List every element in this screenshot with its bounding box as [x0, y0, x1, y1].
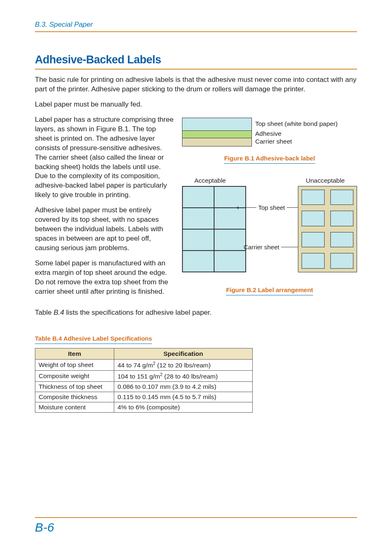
label-cell: [214, 251, 246, 272]
label-carrier: Carrier sheet: [255, 137, 338, 146]
table-row: Weight of top sheet44 to 74 g/m2 (12 to …: [35, 359, 253, 370]
figure-b2-caption: Figure B.2 Label arrangement: [182, 286, 357, 294]
right-column: Top sheet (white bond paper) Adhesive Ca…: [182, 115, 357, 302]
table-header-row: Item Specification: [35, 348, 253, 359]
table-cell-spec: 44 to 74 g/m2 (12 to 20 lbs/ream): [114, 359, 253, 370]
figure-b1: Top sheet (white bond paper) Adhesive Ca…: [182, 118, 357, 146]
callout-carrier-sheet-text: Carrier sheet: [244, 244, 281, 251]
label-top-sheet: Top sheet (white bond paper): [255, 118, 338, 130]
figure-b1-caption-text: Figure B.1 Adhesive-back label: [224, 155, 315, 164]
label-cell: [302, 232, 325, 248]
table-cell-item: Composite thickness: [35, 392, 114, 402]
table-cell-spec: 0.086 to 0.107 mm (3.9 to 4.2 mils): [114, 381, 253, 392]
table-intro-suffix: lists the specifications for adhesive la…: [64, 309, 212, 316]
table-cell-spec: 4% to 6% (composite): [114, 402, 253, 412]
label-acceptable: Acceptable: [194, 177, 226, 184]
figure-b2-headers: Acceptable Unacceptable: [182, 177, 357, 186]
grid-acceptable: [182, 186, 246, 272]
table-cell-item: Thickness of top sheet: [35, 381, 114, 392]
label-cell: [302, 211, 325, 226]
label-cell: [330, 232, 353, 248]
table-intro-prefix: Table: [35, 309, 53, 316]
label-adhesive: Adhesive: [255, 130, 338, 137]
paragraph-structure: Label paper has a structure comprising t…: [35, 115, 175, 200]
table-intro-ref: B.4: [53, 309, 64, 316]
page-number: B-6: [35, 517, 357, 534]
figure-b1-diagram: [182, 118, 252, 146]
table-cell-item: Weight of top sheet: [35, 359, 114, 370]
figure-b2-caption-text: Figure B.2 Label arrangement: [226, 286, 313, 295]
table-row: Composite weight104 to 151 g/m2 (28 to 4…: [35, 370, 253, 381]
label-cell: [182, 229, 214, 251]
paragraph-margin: Some label paper is manufactured with an…: [35, 259, 175, 297]
table-cell-item: Moisture content: [35, 402, 114, 412]
label-cell: [330, 253, 353, 269]
label-cell: [182, 208, 214, 229]
table-cell-item: Composite weight: [35, 370, 114, 381]
paragraph-manual-fed: Label paper must be manually fed.: [35, 100, 357, 109]
paragraph-intro: The basic rule for printing on adhesive …: [35, 75, 357, 94]
layer-top-sheet: [182, 118, 251, 130]
label-cell: [302, 190, 325, 205]
label-cell: [330, 211, 353, 226]
label-cell: [214, 229, 246, 251]
layer-carrier: [182, 138, 251, 146]
table-row: Composite thickness0.115 to 0.145 mm (4.…: [35, 392, 253, 402]
label-cell: [182, 186, 214, 208]
callout-top-sheet-text: Top sheet: [256, 204, 286, 211]
left-column: Label paper has a structure comprising t…: [35, 115, 175, 302]
section-header: B.3. Special Paper: [35, 21, 357, 32]
figure-b1-labels: Top sheet (white bond paper) Adhesive Ca…: [255, 118, 338, 146]
label-cell: [182, 251, 214, 272]
paragraph-covered: Adhesive label paper must be entirely co…: [35, 206, 175, 253]
page: B.3. Special Paper Adhesive-Backed Label…: [0, 0, 392, 555]
table-header-item: Item: [35, 348, 114, 359]
label-cell: [330, 190, 353, 205]
paragraph-table-intro: Table B.4 lists the specifications for a…: [35, 308, 357, 318]
table-b4-caption: Table B.4 Adhesive Label Specifications: [35, 335, 152, 344]
table-row: Moisture content4% to 6% (composite): [35, 402, 253, 412]
table-cell-spec: 0.115 to 0.145 mm (4.5 to 5.7 mils): [114, 392, 253, 402]
heading-adhesive-labels: Adhesive-Backed Labels: [35, 53, 357, 70]
layer-adhesive: [182, 130, 251, 138]
label-cell: [302, 253, 325, 269]
two-column-region: Label paper has a structure comprising t…: [35, 115, 357, 302]
callout-top-sheet: Top sheet: [235, 204, 308, 211]
figure-b2: Acceptable Unacceptable Top sheet: [182, 177, 357, 284]
table-b4: Item Specification Weight of top sheet44…: [35, 348, 253, 413]
grid-unacceptable: [298, 186, 357, 272]
table-row: Thickness of top sheet0.086 to 0.107 mm …: [35, 381, 253, 392]
table-header-spec: Specification: [114, 348, 253, 359]
label-unacceptable: Unacceptable: [306, 177, 345, 184]
figure-b2-row: Top sheet Carrier sheet: [182, 186, 357, 272]
table-cell-spec: 104 to 151 g/m2 (28 to 40 lbs/ream): [114, 370, 253, 381]
figure-b1-caption: Figure B.1 Adhesive-back label: [182, 155, 357, 162]
